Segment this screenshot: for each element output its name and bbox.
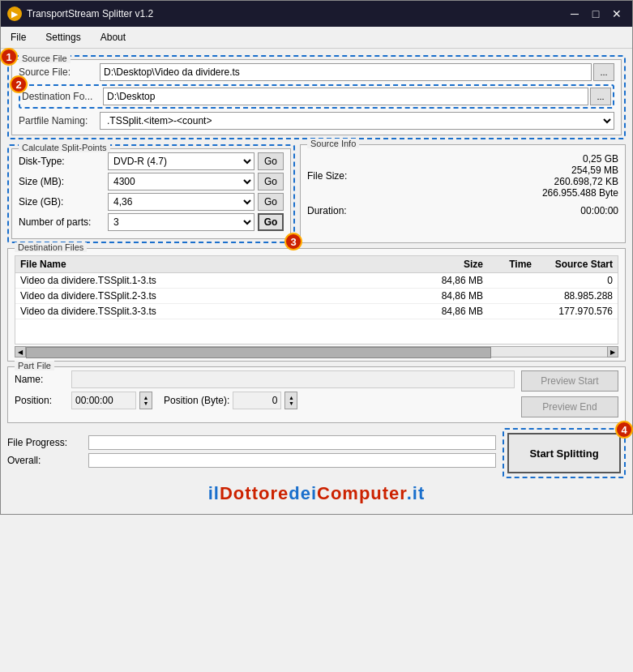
- start-dashed-box: 4 Start Splitting: [503, 428, 626, 478]
- watermark: ilDottoredeiComputer.it: [7, 478, 626, 507]
- part-name-input[interactable]: [71, 370, 515, 388]
- dest-folder-label: Destination Fo...: [22, 91, 103, 102]
- scroll-right-arrow[interactable]: ▶: [607, 346, 618, 357]
- row3-filename: Video da dividere.TSSplit.3-3.ts: [20, 306, 410, 317]
- size-gb-select[interactable]: 4,36: [108, 193, 254, 211]
- table-row[interactable]: Video da dividere.TSSplit.2-3.ts 84,86 M…: [15, 289, 618, 304]
- menu-file[interactable]: File: [1, 28, 36, 46]
- position-byte-spinner[interactable]: ▲ ▼: [284, 392, 297, 409]
- menu-about[interactable]: About: [91, 28, 135, 46]
- menu-settings[interactable]: Settings: [36, 28, 90, 46]
- position-input[interactable]: [71, 392, 136, 409]
- title-controls: ─ □ ✕: [566, 5, 626, 23]
- row2-time: [483, 290, 532, 302]
- app-icon: ▶: [7, 6, 22, 21]
- source-section-label: Source File: [19, 54, 71, 63]
- partfile-label: Partfile Naming:: [19, 115, 100, 126]
- col-time: Time: [483, 259, 532, 270]
- close-button[interactable]: ✕: [608, 5, 626, 23]
- start-btn-wrapper: 4 Start Splitting: [503, 428, 626, 478]
- size-mb-row: Size (MB): 4300 Go: [19, 173, 284, 190]
- part-name-label: Name:: [15, 374, 71, 385]
- table-row[interactable]: Video da dividere.TSSplit.1-3.ts 84,86 M…: [15, 273, 618, 289]
- table-header: File Name Size Time Source Start: [15, 256, 618, 273]
- watermark-il: il: [208, 483, 220, 503]
- watermark-computer: Computer: [317, 483, 407, 503]
- watermark-dot-it: .it: [407, 483, 426, 503]
- parts-label: Number of parts:: [19, 216, 108, 228]
- position-label: Position:: [15, 395, 71, 406]
- source-browse-button[interactable]: ...: [593, 63, 614, 81]
- col-filename: File Name: [20, 259, 410, 270]
- file-size-mb: 254,59 MB: [396, 165, 618, 176]
- scrollbar-thumb[interactable]: [26, 347, 491, 358]
- calc-wrapper: Calculate Split-Points Disk-Type: DVD-R …: [7, 144, 295, 243]
- part-file-label: Part File: [15, 361, 54, 370]
- overall-row: Overall:: [7, 453, 496, 468]
- menu-bar: File Settings About: [1, 27, 632, 49]
- horizontal-scrollbar[interactable]: ◀ ▶: [15, 346, 618, 357]
- spinner-up[interactable]: ▲: [143, 395, 149, 400]
- file-size-label: File Size:: [307, 170, 396, 182]
- content-area: 1 Source File Source File: ...: [1, 49, 632, 514]
- scrollbar-track[interactable]: [26, 346, 607, 357]
- partfile-row: Partfile Naming: .TSSplit.<item>-<count>: [19, 112, 614, 130]
- position-spinner[interactable]: ▲ ▼: [139, 392, 152, 409]
- disk-type-select[interactable]: DVD-R (4.7): [108, 152, 254, 170]
- source-info-label: Source Info: [307, 139, 359, 148]
- dest-files-label: Destination Files: [15, 242, 87, 252]
- preview-buttons: Preview Start Preview End: [521, 370, 618, 417]
- source-info-content: File Size: 0,25 GB 254,59 MB 260.698,72 …: [307, 153, 618, 216]
- size-gb-row: Size (GB): 4,36 Go: [19, 193, 284, 211]
- file-size-row: File Size: 0,25 GB 254,59 MB 260.698,72 …: [307, 153, 618, 199]
- step4-badge: 4: [615, 421, 633, 439]
- window-title: TransportStream Splitter v1.2: [27, 8, 153, 19]
- partfile-select[interactable]: .TSSplit.<item>-<count>: [100, 112, 614, 130]
- size-mb-go-button[interactable]: Go: [258, 173, 284, 190]
- table-row[interactable]: Video da dividere.TSSplit.3-3.ts 84,86 M…: [15, 304, 618, 319]
- position-byte-input[interactable]: [233, 392, 281, 409]
- file-progress-row: File Progress:: [7, 435, 496, 450]
- title-bar: ▶ TransportStream Splitter v1.2 ─ □ ✕: [1, 1, 632, 27]
- row3-time: [483, 306, 532, 317]
- scroll-left-arrow[interactable]: ◀: [15, 346, 26, 357]
- file-size-gb: 0,25 GB: [396, 153, 618, 165]
- spinner-down[interactable]: ▼: [143, 400, 149, 406]
- size-gb-go-button[interactable]: Go: [258, 193, 284, 211]
- parts-select[interactable]: 3: [108, 213, 254, 231]
- overall-progress-bar: [88, 453, 496, 468]
- source-file-input[interactable]: [100, 63, 592, 81]
- size-mb-label: Size (MB):: [19, 176, 108, 187]
- calc-label: Calculate Split-Points: [19, 143, 110, 152]
- row3-sourcestart: 177.970.576: [532, 306, 613, 317]
- file-size-byte: 266.955.488 Byte: [396, 187, 618, 199]
- calc-panel: Calculate Split-Points Disk-Type: DVD-R …: [11, 148, 291, 239]
- disk-type-row: Disk-Type: DVD-R (4.7) Go: [19, 152, 284, 170]
- part-name-row: Name:: [15, 370, 515, 388]
- dest-browse-button[interactable]: ...: [590, 88, 611, 105]
- source-file-row: Source File: ...: [19, 63, 614, 81]
- step3-badge: 3: [284, 233, 302, 250]
- col-sourcestart: Source Start: [532, 259, 613, 270]
- minimize-button[interactable]: ─: [566, 5, 584, 23]
- part-file-inputs: Name: Position: ▲ ▼ Position (Byte):: [15, 370, 515, 413]
- preview-start-button[interactable]: Preview Start: [521, 370, 618, 392]
- size-mb-select[interactable]: 4300: [108, 173, 254, 190]
- start-splitting-button[interactable]: Start Splitting: [507, 433, 621, 473]
- two-panel: Calculate Split-Points Disk-Type: DVD-R …: [7, 144, 626, 243]
- row1-filename: Video da dividere.TSSplit.1-3.ts: [20, 275, 410, 286]
- watermark-dei: dei: [289, 483, 317, 503]
- title-bar-left: ▶ TransportStream Splitter v1.2: [7, 6, 153, 21]
- maximize-button[interactable]: □: [587, 5, 605, 23]
- row1-size: 84,86 MB: [410, 275, 483, 286]
- preview-end-button[interactable]: Preview End: [521, 396, 618, 417]
- parts-go-button[interactable]: Go: [258, 213, 284, 231]
- parts-row: Number of parts: 3 Go: [19, 213, 284, 231]
- byte-spinner-up[interactable]: ▲: [289, 395, 294, 400]
- duration-row: Duration: 00:00:00: [307, 205, 618, 216]
- duration-value: 00:00:00: [396, 205, 618, 216]
- disk-type-go-button[interactable]: Go: [258, 152, 284, 170]
- source-info-panel: Source Info File Size: 0,25 GB 254,59 MB…: [300, 144, 626, 243]
- byte-spinner-down[interactable]: ▼: [289, 400, 294, 406]
- dest-folder-input[interactable]: [103, 88, 588, 105]
